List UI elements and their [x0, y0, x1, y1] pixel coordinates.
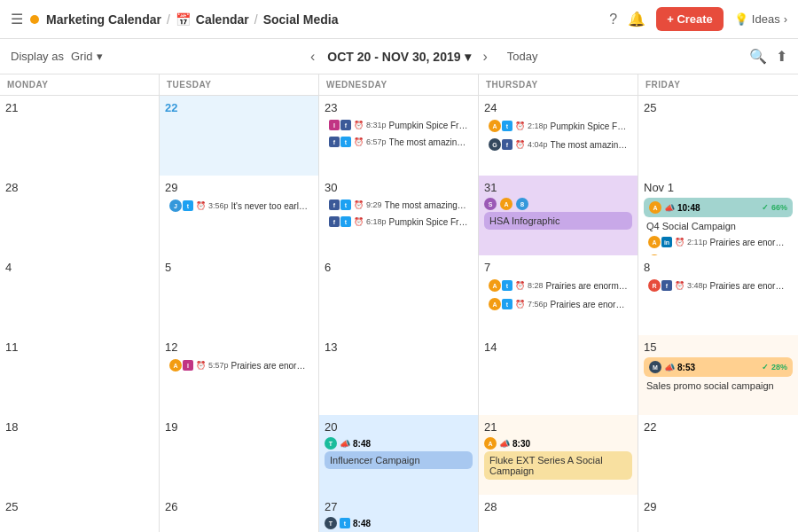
linkedin-icon: in	[661, 237, 672, 247]
count-badge: 8	[516, 198, 528, 210]
full-event[interactable]: Influencer Campaign	[325, 451, 473, 469]
event-title-text: Sales promo social campaign	[644, 379, 793, 394]
day-cell-5: 5	[160, 255, 319, 335]
facebook-icon: f	[502, 139, 512, 150]
day-number: 19	[165, 420, 313, 434]
day-cell-31: 31 S A 8 HSA Infographic	[479, 176, 638, 255]
day-cell-25: 25	[638, 96, 798, 176]
day-cell-18: 18	[0, 415, 160, 495]
clock-icon: ⏰	[354, 217, 364, 226]
create-button[interactable]: + Create	[656, 7, 724, 31]
menu-button[interactable]: ☰	[11, 11, 23, 27]
prev-button[interactable]: ‹	[307, 49, 318, 65]
day-number: 25	[644, 101, 793, 114]
avatar: A	[489, 298, 501, 310]
day-number: 25	[5, 500, 153, 513]
full-event[interactable]: Fluke EXT Series A Social Campaign	[484, 451, 632, 480]
twitter-icon: t	[502, 299, 512, 309]
day-cell-23: 23 I f ⏰ 8:31p Pumpkin Spice Fren... f	[319, 96, 479, 176]
view-mode-selector[interactable]: Grid ▾	[71, 50, 103, 63]
week-row: 21 22 23 I f ⏰ 8:31p Pumpkin Spice Fren.…	[0, 96, 798, 176]
event-item[interactable]: f t ⏰ 9:29 The most amazing F...	[325, 198, 473, 212]
header-wednesday: WEDNESDAY	[319, 74, 479, 95]
event-item[interactable]: A in ⏰ 2:11p Prairies are enorm...	[644, 234, 793, 250]
date-range[interactable]: OCT 20 - NOV 30, 2019 ▾	[327, 50, 470, 64]
day-cell-27: 27 T t 8:48	[319, 495, 479, 532]
twitter-icon: t	[502, 280, 512, 291]
avatar: T	[325, 437, 337, 450]
week-row: 11 12 A I ⏰ 5:57p Prairies are enormo...	[0, 335, 798, 415]
clock-icon: ⏰	[515, 281, 525, 290]
day-cell-20: 20 T 📣 8:48 Influencer Campaign	[319, 415, 479, 495]
event-item[interactable]: f t ⏰ 6:18p Pumpkin Spice Fre...	[325, 215, 473, 229]
day-cell-21b: 21 A 📣 8:30 Fluke EXT Series A Social Ca…	[479, 415, 638, 495]
event-item[interactable]: I f ⏰ 8:31p Pumpkin Spice Fren...	[325, 118, 473, 132]
full-event[interactable]: HSA Infographic	[484, 212, 632, 230]
day-cell-22b: 22	[638, 415, 798, 495]
megaphone-icon: 📣	[499, 439, 510, 449]
day-cell-12: 12 A I ⏰ 5:57p Prairies are enormo...	[160, 335, 319, 415]
header-thursday: THURSDAY	[479, 74, 638, 95]
event-item[interactable]: A t ⏰ 7:56p Prairies are enorm...	[484, 296, 632, 312]
clock-icon: ⏰	[196, 361, 206, 370]
breadcrumb-marketing[interactable]: Marketing Calendar	[46, 12, 161, 27]
next-button[interactable]: ›	[480, 49, 491, 65]
facebook-icon: f	[340, 120, 351, 130]
event-item[interactable]: R f ⏰ 3:48p Prairies are enorm...	[644, 278, 793, 293]
instagram-icon: I	[329, 120, 340, 130]
notification-button[interactable]: 🔔	[628, 11, 645, 27]
breadcrumb-calendar[interactable]: Calendar	[196, 12, 249, 27]
today-button[interactable]: Today	[500, 48, 545, 65]
day-headers: MONDAY TUESDAY WEDNESDAY THURSDAY FRIDAY	[0, 74, 798, 96]
calendar: MONDAY TUESDAY WEDNESDAY THURSDAY FRIDAY…	[0, 74, 798, 532]
facebook-icon: f	[329, 200, 340, 210]
day-cell-7: 7 A t ⏰ 8:28 Prairies are enormou... A	[479, 255, 638, 335]
twitter-icon: t	[502, 121, 512, 131]
day-cell-8: 8 R f ⏰ 3:48p Prairies are enorm...	[638, 255, 798, 335]
day-number: 24	[484, 101, 632, 114]
megaphone-icon: 📣	[664, 363, 675, 372]
event-item[interactable]: G f ⏰ 4:04p The most amazing ...	[484, 137, 632, 153]
event-item[interactable]: J t ⏰ 3:56p It's never too early to ...	[165, 198, 313, 214]
day-cell-26: 26	[160, 495, 319, 532]
display-as-label: Display as	[11, 50, 64, 63]
event-item[interactable]: A I ⏰ 5:57p Prairies are enormo...	[165, 357, 313, 373]
day-cell-22: 22	[160, 96, 319, 176]
status-dot	[30, 15, 39, 24]
day-number: 23	[325, 101, 473, 114]
chevron-down-icon: ▾	[465, 50, 471, 64]
day-number: Nov 1	[644, 181, 793, 194]
breadcrumb-social-media[interactable]: Social Media	[263, 12, 339, 27]
clock-icon: ⏰	[515, 300, 525, 309]
event-item[interactable]: A t ⏰ 2:18p Pumpkin Spice Fre...	[484, 118, 632, 134]
full-event[interactable]: A 📣 10:48 ✓ 66%	[644, 198, 793, 217]
progress-badge: ✓ 28%	[762, 363, 787, 372]
day-cell-28: 28	[0, 176, 160, 255]
clock-icon: ⏰	[354, 121, 364, 129]
day-cell-25b: 25	[0, 495, 160, 532]
search-button[interactable]: 🔍	[749, 48, 767, 65]
day-cell-24: 24 A t ⏰ 2:18p Pumpkin Spice Fre... G	[479, 96, 638, 176]
facebook-icon: f	[661, 280, 672, 291]
event-item[interactable]: A t ⏰ 8:28 Prairies are enormou...	[484, 278, 632, 293]
twitter-icon: t	[340, 518, 350, 528]
header-tuesday: TUESDAY	[160, 74, 319, 95]
day-number: 15	[644, 340, 793, 354]
help-button[interactable]: ?	[609, 12, 617, 27]
day-number: 29	[165, 181, 313, 194]
day-number: 21	[484, 420, 632, 434]
avatar: A	[648, 236, 661, 248]
full-event[interactable]: M 📣 8:53 ✓ 28%	[644, 357, 793, 377]
clock-icon: ⏰	[196, 201, 206, 210]
clock-icon: ⏰	[675, 281, 685, 290]
clock-icon: ⏰	[515, 140, 525, 149]
avatar: J	[169, 200, 182, 212]
day-cell-4: 4	[0, 255, 160, 335]
day-number: 26	[165, 500, 313, 513]
ideas-button[interactable]: 💡 Ideas ›	[734, 12, 787, 26]
twitter-icon: t	[183, 200, 193, 211]
share-button[interactable]: ⬆	[776, 48, 787, 65]
day-number: 5	[165, 261, 313, 274]
day-number: 28	[5, 181, 153, 194]
event-item[interactable]: f t ⏰ 6:57p The most amazing ...	[325, 135, 473, 149]
